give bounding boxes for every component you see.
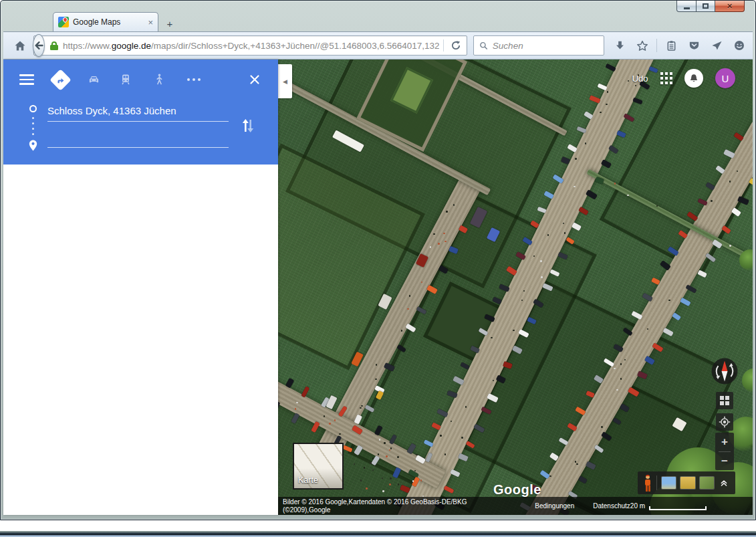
pedestrian-icon bbox=[154, 74, 164, 86]
url-bar[interactable]: https://www.google.de/maps/dir/Schloss+D… bbox=[33, 35, 467, 56]
imagery-thumbnail-1[interactable] bbox=[662, 477, 676, 489]
waypoint-fields bbox=[47, 100, 233, 151]
reload-icon bbox=[451, 40, 461, 51]
tab-title: Google Maps bbox=[73, 17, 144, 27]
search-input[interactable] bbox=[493, 41, 599, 51]
close-icon: ✕ bbox=[727, 3, 733, 10]
tiles-grid-icon bbox=[720, 396, 729, 405]
location-crosshair-icon bbox=[719, 416, 731, 428]
pocket-button[interactable] bbox=[684, 35, 704, 56]
directions-diamond-icon bbox=[49, 69, 72, 91]
maximize-icon bbox=[703, 3, 709, 9]
panel-divider bbox=[656, 475, 657, 490]
zoom-out-button[interactable]: − bbox=[715, 452, 734, 471]
attribution-bar: Bilder © 2016 Google,Kartendaten © 2016 … bbox=[278, 497, 753, 515]
imagery-thumbnail-3[interactable] bbox=[700, 477, 714, 489]
feedback-link[interactable]: Feedback geben bbox=[283, 514, 333, 515]
destination-input[interactable] bbox=[47, 128, 229, 148]
imagery-panel bbox=[638, 471, 735, 494]
title-bar[interactable]: ✕ Google Maps × + bbox=[3, 1, 753, 31]
map-canvas[interactable]: ◀ Udo U bbox=[278, 60, 753, 515]
directions-card bbox=[3, 60, 278, 165]
expand-imagery-button[interactable] bbox=[719, 477, 729, 488]
waypoints bbox=[18, 100, 263, 151]
notifications-button[interactable] bbox=[684, 69, 703, 88]
mode-best-travel[interactable] bbox=[51, 71, 69, 88]
imagery-thumbnail-2[interactable] bbox=[680, 477, 695, 489]
menu-icon bbox=[19, 74, 34, 85]
mode-walking[interactable] bbox=[150, 71, 168, 88]
tab-strip: Google Maps × + bbox=[53, 12, 180, 31]
ellipsis-icon bbox=[187, 78, 201, 81]
map-tiles-button[interactable] bbox=[716, 392, 733, 409]
tab-close-icon[interactable]: × bbox=[148, 18, 153, 27]
pocket-icon bbox=[688, 40, 700, 51]
navigation-toolbar: https://www.google.de/maps/dir/Schloss+D… bbox=[3, 31, 753, 60]
https-padlock-icon[interactable] bbox=[50, 41, 58, 50]
paper-plane-icon bbox=[711, 40, 723, 51]
google-maps-favicon bbox=[58, 17, 69, 27]
hello-chat-button[interactable] bbox=[729, 35, 749, 56]
bookmark-star-button[interactable] bbox=[632, 35, 652, 56]
waypoint-rail bbox=[18, 100, 47, 151]
back-arrow-icon bbox=[33, 40, 44, 51]
minimize-button[interactable] bbox=[676, 1, 697, 12]
url-text[interactable]: https://www.google.de/maps/dir/Schloss+D… bbox=[63, 41, 439, 51]
maximize-button[interactable] bbox=[697, 1, 715, 12]
home-icon bbox=[14, 40, 26, 51]
destination-pin-icon bbox=[29, 140, 37, 151]
download-icon bbox=[614, 40, 626, 51]
pegman-icon[interactable] bbox=[644, 475, 652, 492]
privacy-link[interactable]: Datenschutz bbox=[593, 502, 630, 510]
user-label: Udo bbox=[632, 74, 648, 84]
collapse-panel-button[interactable]: ◀ bbox=[278, 64, 292, 98]
maps-menu-button[interactable] bbox=[18, 71, 35, 88]
reload-button[interactable] bbox=[448, 37, 464, 53]
downloads-button[interactable] bbox=[610, 35, 630, 56]
mode-transit[interactable] bbox=[117, 71, 134, 88]
mode-more-options[interactable] bbox=[185, 71, 203, 88]
toolbar-separator bbox=[656, 39, 657, 52]
compass-control[interactable] bbox=[710, 356, 739, 386]
travel-mode-row bbox=[18, 70, 263, 89]
car-icon bbox=[88, 74, 100, 86]
close-directions-button[interactable] bbox=[246, 71, 263, 88]
mode-driving[interactable] bbox=[85, 71, 102, 88]
send-tab-button[interactable] bbox=[707, 35, 727, 56]
star-icon bbox=[636, 40, 648, 51]
scale-control: 20 m bbox=[630, 502, 707, 510]
close-button[interactable]: ✕ bbox=[715, 1, 745, 12]
browser-window: ✕ Google Maps × + https://www.google.de/… bbox=[0, 0, 756, 520]
double-chevron-up-icon bbox=[719, 477, 729, 488]
directions-panel bbox=[3, 60, 278, 515]
minimize-icon bbox=[684, 7, 690, 9]
bookmarks-menu-button[interactable] bbox=[661, 35, 681, 56]
search-box[interactable] bbox=[473, 35, 604, 56]
map-type-label: Karte bbox=[298, 475, 318, 485]
satellite-imagery[interactable] bbox=[278, 60, 753, 515]
google-apps-grid-icon[interactable] bbox=[660, 72, 673, 85]
back-button[interactable] bbox=[33, 34, 45, 57]
new-tab-button[interactable]: + bbox=[160, 15, 180, 31]
toolbar-icons bbox=[610, 35, 756, 56]
scale-label: 20 m bbox=[630, 502, 645, 510]
swap-arrows-icon bbox=[241, 118, 255, 134]
copyright-text: Bilder © 2016 Google,Kartendaten © 2016 … bbox=[283, 498, 516, 514]
origin-input[interactable] bbox=[47, 100, 229, 122]
smiley-icon bbox=[733, 39, 745, 51]
home-button[interactable] bbox=[10, 35, 30, 56]
swap-waypoints-button[interactable] bbox=[233, 100, 263, 151]
origin-circle-icon bbox=[29, 105, 37, 112]
my-location-button[interactable] bbox=[716, 413, 733, 431]
scale-bar bbox=[649, 506, 707, 510]
tab-google-maps[interactable]: Google Maps × bbox=[53, 12, 158, 31]
close-x-icon bbox=[249, 74, 260, 85]
bell-icon bbox=[689, 74, 699, 84]
route-dots-icon bbox=[32, 117, 34, 135]
account-avatar[interactable]: U bbox=[715, 68, 735, 88]
terms-link[interactable]: Bedingungen bbox=[535, 502, 574, 510]
zoom-in-button[interactable]: + bbox=[715, 433, 734, 451]
map-type-toggle[interactable]: Karte bbox=[293, 443, 344, 490]
menu-button[interactable] bbox=[752, 35, 756, 56]
left-triangle-icon: ◀ bbox=[283, 78, 287, 85]
